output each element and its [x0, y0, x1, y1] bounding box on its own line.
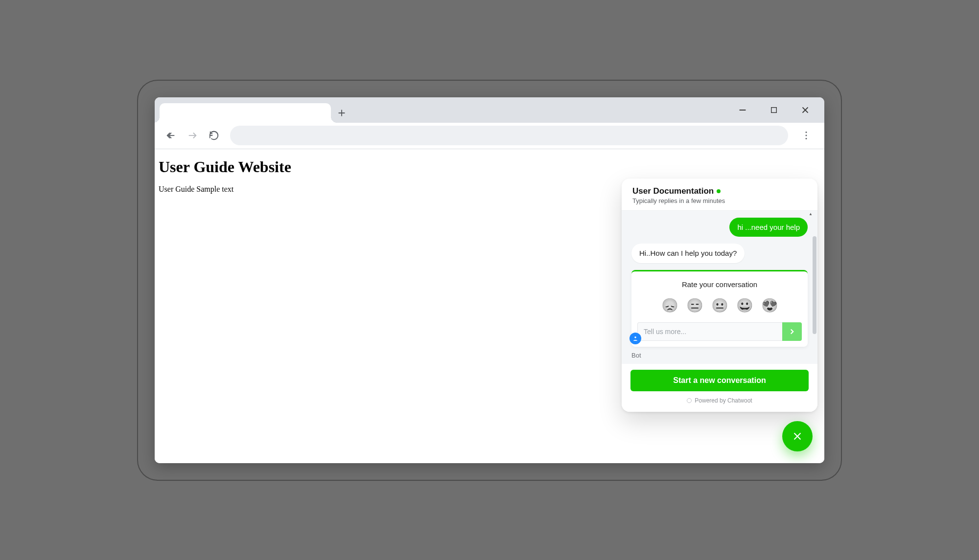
bot-avatar [629, 333, 641, 344]
close-icon [800, 105, 811, 115]
online-status-dot [717, 189, 721, 193]
chat-message-user: hi ...need your help [631, 218, 808, 237]
powered-by[interactable]: Powered by Chatwoot [630, 397, 809, 404]
svg-rect-3 [771, 107, 777, 112]
window-maximize-button[interactable] [767, 103, 781, 117]
arrow-right-icon [187, 130, 198, 141]
tab-strip [155, 97, 824, 123]
powered-by-label: Powered by Chatwoot [695, 397, 752, 404]
csat-feedback-input[interactable] [637, 322, 782, 341]
minimize-icon [737, 105, 748, 115]
page-heading: User Guide Website [159, 158, 820, 176]
window-minimize-button[interactable] [735, 103, 750, 117]
csat-emoji-5[interactable]: 😍 [761, 297, 778, 314]
svg-point-10 [806, 138, 807, 139]
chat-subheader: Typically replies in a few minutes [632, 197, 807, 204]
page-content: User Guide Website User Guide Sample tex… [155, 149, 824, 463]
chevron-right-icon [788, 327, 796, 336]
close-icon [791, 430, 804, 443]
nav-reload-button[interactable] [205, 126, 223, 145]
browser-window: User Guide Website User Guide Sample tex… [155, 97, 824, 463]
nav-back-button[interactable] [162, 126, 180, 145]
csat-emoji-2[interactable]: 😑 [686, 297, 703, 314]
reload-icon [209, 130, 219, 141]
csat-emoji-4[interactable]: 😀 [736, 297, 753, 314]
browser-tab[interactable] [160, 103, 331, 123]
svg-point-11 [634, 336, 636, 338]
arrow-left-icon [165, 130, 176, 141]
chat-scrollbar-thumb[interactable] [813, 236, 816, 334]
chat-title-text: User Documentation [632, 186, 714, 196]
chat-footer: Start a new conversation Powered by Chat… [622, 364, 817, 412]
browser-toolbar [155, 123, 824, 149]
svg-point-9 [806, 135, 807, 136]
bot-icon [632, 335, 639, 342]
scroll-up-arrow-icon[interactable]: ▲ [809, 212, 813, 216]
chat-bubble-agent: Hi..How can I help you today? [631, 244, 745, 263]
chat-scrollbar[interactable] [813, 236, 816, 359]
chat-close-fab[interactable] [782, 421, 813, 451]
maximize-icon [769, 106, 778, 114]
csat-input-row [637, 322, 802, 341]
start-new-conversation-button[interactable]: Start a new conversation [630, 370, 809, 391]
csat-emoji-1[interactable]: 😞 [661, 297, 678, 314]
csat-emoji-row: 😞 😑 😐 😀 😍 [637, 297, 802, 314]
window-controls [735, 97, 822, 123]
csat-card: Rate your conversation 😞 😑 😐 😀 😍 [631, 270, 808, 347]
chat-widget: User Documentation Typically replies in … [622, 179, 817, 412]
window-close-button[interactable] [798, 103, 813, 117]
plus-icon [336, 108, 347, 118]
svg-point-8 [806, 132, 807, 133]
chat-header: User Documentation Typically replies in … [622, 179, 817, 210]
address-bar[interactable] [230, 126, 788, 145]
device-frame: User Guide Website User Guide Sample tex… [137, 80, 842, 481]
browser-menu-button[interactable] [797, 126, 816, 145]
chat-bubble-user: hi ...need your help [729, 218, 808, 237]
chat-message-agent: Hi..How can I help you today? [631, 244, 808, 263]
csat-title: Rate your conversation [637, 280, 802, 289]
nav-forward-button[interactable] [183, 126, 202, 145]
csat-block: Rate your conversation 😞 😑 😐 😀 😍 [631, 270, 808, 359]
bot-label: Bot [631, 352, 808, 359]
chat-title: User Documentation [632, 186, 807, 196]
chat-body: ▲ hi ...need your help Hi..How can I hel… [622, 210, 817, 364]
csat-emoji-3[interactable]: 😐 [711, 297, 728, 314]
kebab-icon [801, 130, 812, 141]
csat-send-button[interactable] [782, 322, 802, 341]
powered-by-icon [687, 398, 692, 403]
